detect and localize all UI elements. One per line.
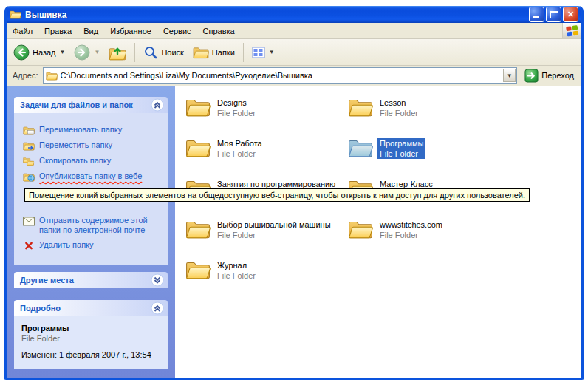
menu-help[interactable]: Справка	[197, 24, 241, 38]
copy-folder-icon	[23, 157, 35, 166]
menu-tools[interactable]: Сервис	[157, 24, 197, 38]
back-button[interactable]: Назад ▼	[10, 42, 69, 63]
file-tasks-header[interactable]: Задачи для файлов и папок	[14, 97, 168, 113]
folder-item-lesson[interactable]: Lesson File Folder	[348, 97, 505, 137]
tooltip: Помещение копий выбранных элементов на о…	[24, 188, 530, 202]
folder-item-vybor-vyshivalnoy-mashiny[interactable]: Выбор вышивальной машины File Folder	[185, 219, 342, 259]
other-places-title: Другие места	[20, 276, 74, 285]
task-move-folder[interactable]: Переместить папку	[23, 140, 163, 151]
address-input[interactable]: C:\Documents and Settings\Liza\My Docume…	[43, 67, 518, 84]
menu-favorites[interactable]: Избранное	[104, 24, 157, 38]
folder-icon	[185, 137, 211, 158]
details-header[interactable]: Подробно	[14, 300, 168, 316]
folder-item-wwwstitches[interactable]: wwwstitches.com File Folder	[348, 219, 505, 259]
menu-bar: Файл Правка Вид Избранное Сервис Справка	[7, 23, 581, 39]
folder-icon	[348, 219, 373, 239]
file-name: Designs	[217, 98, 256, 107]
file-type: File Folder	[217, 271, 256, 280]
other-places-header[interactable]: Другие места	[14, 272, 168, 288]
file-name: Lesson	[380, 98, 418, 107]
file-name: wwwstitches.com	[380, 220, 442, 229]
explorer-window: Вышивка ✕ Файл Правка Вид Избранное Серв…	[4, 6, 584, 380]
details-panel: Подробно Программы File Folder Изменен: …	[14, 300, 168, 369]
title-bar[interactable]: Вышивка ✕	[7, 6, 581, 23]
folders-icon	[193, 46, 209, 59]
file-type: File Folder	[380, 231, 442, 239]
details-item-modified: Изменен: 1 февраля 2007 г., 13:54	[21, 350, 162, 359]
file-item-text: Designs File Folder	[215, 98, 258, 118]
go-button[interactable]: Переход	[522, 69, 577, 83]
folder-item-zhurnal[interactable]: Журнал File Folder	[185, 259, 342, 300]
address-bar: Адрес: C:\Documents and Settings\Liza\My…	[7, 66, 581, 86]
collapse-chevron-icon[interactable]	[151, 98, 164, 112]
go-arrow-icon	[524, 69, 539, 83]
menu-edit[interactable]: Правка	[38, 24, 78, 38]
task-label: Переименовать папку	[39, 125, 122, 134]
details-title: Подробно	[20, 304, 61, 313]
file-type: File Folder	[380, 109, 418, 117]
folders-button[interactable]: Папки	[189, 44, 239, 61]
maximize-icon	[550, 11, 558, 18]
file-item-text: Моя Работа File Folder	[215, 138, 264, 159]
back-dropdown-icon[interactable]: ▼	[60, 49, 66, 55]
forward-button[interactable]: ▼	[70, 42, 103, 63]
sidebar: Задачи для файлов и папок Переименовать …	[7, 86, 175, 378]
address-path: C:\Documents and Settings\Liza\My Docume…	[61, 71, 501, 80]
toolbar-separator	[134, 43, 135, 62]
views-button[interactable]: ▼	[248, 44, 278, 61]
task-email-folder[interactable]: Отправить содержимое этой папки по элект…	[23, 216, 163, 235]
address-folder-icon	[46, 71, 58, 81]
windows-logo	[562, 23, 581, 38]
folder-item-designs[interactable]: Designs File Folder	[185, 97, 342, 137]
forward-dropdown-icon[interactable]: ▼	[94, 49, 100, 55]
toolbar-separator	[243, 43, 244, 62]
file-name: Мастер-Класс	[380, 180, 433, 188]
folder-item-programmy[interactable]: Программы File Folder	[348, 137, 505, 178]
search-button[interactable]: Поиск	[140, 43, 187, 62]
file-tasks-title: Задачи для файлов и папок	[20, 100, 133, 109]
file-tasks-panel: Задачи для файлов и папок Переименовать …	[14, 97, 168, 265]
views-dropdown-icon[interactable]: ▼	[269, 49, 275, 55]
folder-icon	[185, 97, 211, 117]
file-item-text: Журнал File Folder	[215, 260, 258, 281]
window-folder-icon	[10, 10, 21, 19]
folders-label: Папки	[212, 48, 235, 57]
maximize-button[interactable]	[546, 7, 561, 22]
close-button[interactable]: ✕	[563, 7, 578, 22]
file-type: File Folder	[217, 231, 331, 239]
expand-chevron-icon[interactable]	[151, 273, 164, 287]
task-label: Скопировать папку	[39, 156, 111, 166]
task-publish-folder[interactable]: Опубликовать папку в вебе	[23, 171, 163, 182]
address-dropdown-button[interactable]: ▼	[503, 69, 516, 82]
details-item-type: File Folder	[21, 334, 162, 343]
folder-item-moya-rabota[interactable]: Моя Работа File Folder	[185, 137, 342, 178]
file-item-text: Lesson File Folder	[377, 98, 420, 118]
minimize-button[interactable]	[529, 7, 544, 22]
menu-file[interactable]: Файл	[7, 24, 38, 38]
file-type: File Folder	[380, 149, 423, 158]
publish-web-icon	[23, 172, 35, 182]
email-folder-icon	[23, 217, 35, 226]
windows-logo-icon	[565, 24, 580, 38]
file-item-text: Выбор вышивальной машины File Folder	[215, 219, 333, 240]
details-body: Программы File Folder Изменен: 1 февраля…	[14, 316, 168, 369]
task-delete-folder[interactable]: Удалить папку	[23, 240, 163, 251]
file-name: Программы	[380, 139, 423, 148]
task-label: Отправить содержимое этой папки по элект…	[39, 216, 150, 235]
file-name: Выбор вышивальной машины	[217, 220, 331, 229]
up-button[interactable]	[105, 42, 130, 63]
window-controls: ✕	[529, 7, 578, 22]
back-label: Назад	[33, 48, 56, 57]
task-rename-folder[interactable]: Переименовать папку	[23, 125, 163, 135]
folder-icon	[348, 97, 373, 117]
window-title: Вышивка	[25, 10, 525, 20]
file-type: File Folder	[217, 109, 256, 117]
file-item-text: wwwstitches.com File Folder	[377, 219, 445, 240]
address-label: Адрес:	[13, 71, 38, 80]
file-name: Моя Работа	[217, 139, 262, 148]
file-name: Занятия по программированию	[217, 180, 335, 188]
task-copy-folder[interactable]: Скопировать папку	[23, 156, 163, 166]
folder-icon	[185, 219, 211, 239]
collapse-chevron-icon[interactable]	[151, 301, 164, 315]
menu-view[interactable]: Вид	[78, 24, 104, 38]
